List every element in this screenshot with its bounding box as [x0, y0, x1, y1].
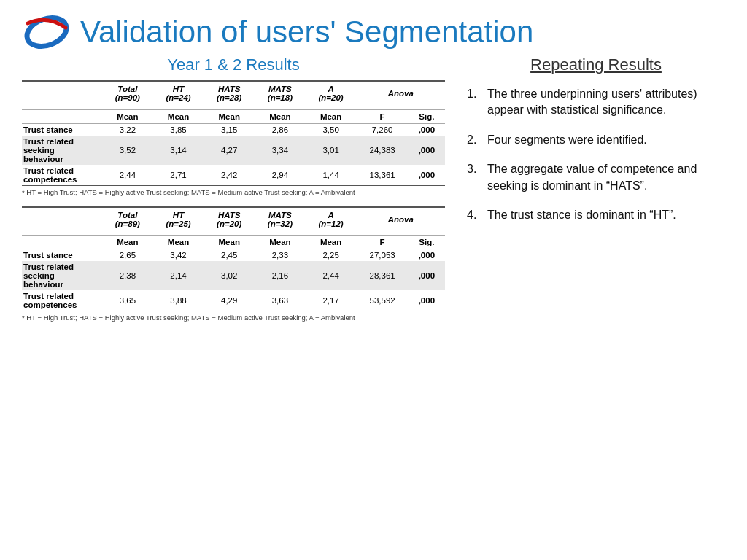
t1-mean-ht: Mean	[153, 109, 204, 123]
t1-r2-label: Trust relatedseekingbehaviour	[22, 136, 102, 165]
t2-r2-total: 2,38	[102, 261, 153, 290]
t1-empty-header	[22, 81, 102, 105]
t2-mean-label-empty	[22, 236, 102, 249]
table1-section: Total (n=90) HT (n=24) HATS (n=28)	[22, 80, 445, 203]
t2-r2-mats: 2,16	[255, 261, 306, 290]
t2-r1-ht: 3,42	[153, 249, 204, 262]
t1-r3-total: 2,44	[102, 165, 153, 186]
left-column: Year 1 & 2 Results Total (n=90) HT	[22, 55, 445, 553]
t1-hats-header: HATS (n=28)	[204, 81, 255, 105]
t2-row-trust-stance: Trust stance 2,65 3,42 2,45 2,33 2,25 27…	[22, 249, 445, 262]
t2-r2-sig: ,000	[409, 261, 445, 290]
result-item-3: 3. The aggregate value of competence and…	[467, 161, 725, 194]
t1-mean-label-empty	[22, 109, 102, 123]
logo	[22, 13, 71, 51]
t2-footnote: * HT = High Trust; HATS = Highly active …	[22, 314, 445, 322]
t1-r3-sig: ,000	[409, 165, 445, 186]
t2-total-header: Total (n=89)	[102, 207, 153, 231]
t1-r2-sig: ,000	[409, 136, 445, 165]
t2-empty-header	[22, 207, 102, 231]
t2-r2-f: 28,361	[356, 261, 408, 290]
table2-section: Total (n=89) HT (n=25) HATS (n=20)	[22, 206, 445, 330]
t2-mean-total: Mean	[102, 236, 153, 249]
t2-r2-hats: 3,02	[204, 261, 255, 290]
result-text-1: The three underpinning users' attributes…	[487, 86, 725, 119]
t2-r1-total: 2,65	[102, 249, 153, 262]
t2-r3-ht: 3,88	[153, 290, 204, 311]
t1-r3-hats: 2,42	[204, 165, 255, 186]
t2-mean-ht: Mean	[153, 236, 204, 249]
table1: Total (n=90) HT (n=24) HATS (n=28)	[22, 80, 445, 186]
t2-r1-f: 27,053	[356, 249, 408, 262]
result-num-1: 1.	[467, 86, 481, 119]
t2-anova-header: Anova	[356, 207, 445, 231]
t1-r2-a: 3,01	[306, 136, 357, 165]
t2-r1-a: 2,25	[306, 249, 357, 262]
t2-r1-sig: ,000	[409, 249, 445, 262]
t2-row-trust-competences: Trust relatedcompetences 3,65 3,88 4,29 …	[22, 290, 445, 311]
header: Validation of users' Segmentation	[22, 13, 725, 51]
t1-r1-ht: 3,85	[153, 123, 204, 136]
t2-sig-header: Sig.	[409, 236, 445, 249]
table2: Total (n=89) HT (n=25) HATS (n=20)	[22, 206, 445, 312]
t1-r1-f: 7,260	[356, 123, 408, 136]
t1-mean-mats: Mean	[255, 109, 306, 123]
t2-f-header: F	[356, 236, 408, 249]
t1-anova-header: Anova	[356, 81, 445, 105]
result-num-3: 3.	[467, 161, 481, 194]
t1-footnote: * HT = High Trust; HATS = Highly active …	[22, 188, 445, 196]
t1-r2-f: 24,383	[356, 136, 408, 165]
t1-total-header: Total (n=90)	[102, 81, 153, 105]
t1-r3-mats: 2,94	[255, 165, 306, 186]
t2-a-header: A (n=12)	[306, 207, 357, 231]
t1-a-header: A (n=20)	[306, 81, 357, 105]
t2-r3-f: 53,592	[356, 290, 408, 311]
t2-mean-hats: Mean	[204, 236, 255, 249]
t2-r3-sig: ,000	[409, 290, 445, 311]
t1-mats-header: MATS (n=18)	[255, 81, 306, 105]
t2-r3-total: 3,65	[102, 290, 153, 311]
page-title: Validation of users' Segmentation	[80, 15, 533, 49]
t1-r1-hats: 3,15	[204, 123, 255, 136]
result-item-1: 1. The three underpinning users' attribu…	[467, 86, 725, 119]
t2-r3-a: 2,17	[306, 290, 357, 311]
t1-r1-label: Trust stance	[22, 123, 102, 136]
t1-sig-header: Sig.	[409, 109, 445, 123]
t2-hats-header: HATS (n=20)	[204, 207, 255, 231]
t1-r3-ht: 2,71	[153, 165, 204, 186]
t1-r1-sig: ,000	[409, 123, 445, 136]
t2-mean-a: Mean	[306, 236, 357, 249]
t2-r2-a: 2,44	[306, 261, 357, 290]
t1-r2-ht: 3,14	[153, 136, 204, 165]
result-text-4: The trust stance is dominant in “HT”.	[487, 207, 676, 223]
t1-r1-mats: 2,86	[255, 123, 306, 136]
t1-r1-total: 3,22	[102, 123, 153, 136]
t2-row-trust-seeking: Trust relatedseekingbehaviour 2,38 2,14 …	[22, 261, 445, 290]
t1-ht-header: HT (n=24)	[153, 81, 204, 105]
result-item-4: 4. The trust stance is dominant in “HT”.	[467, 207, 725, 223]
page: Validation of users' Segmentation Year 1…	[0, 0, 747, 560]
t1-r1-a: 3,50	[306, 123, 357, 136]
t2-r1-label: Trust stance	[22, 249, 102, 262]
right-column: Repeating Results 1. The three underpinn…	[460, 55, 725, 553]
result-num-2: 2.	[467, 132, 481, 148]
t2-r1-hats: 2,45	[204, 249, 255, 262]
t2-r3-hats: 4,29	[204, 290, 255, 311]
t2-ht-header: HT (n=25)	[153, 207, 204, 231]
t1-f-header: F	[356, 109, 408, 123]
t2-r2-label: Trust relatedseekingbehaviour	[22, 261, 102, 290]
t1-r3-a: 1,44	[306, 165, 357, 186]
t1-r2-total: 3,52	[102, 136, 153, 165]
t1-r3-f: 13,361	[356, 165, 408, 186]
result-item-2: 2. Four segments were identified.	[467, 132, 725, 148]
t1-row-trust-competences: Trust relatedcompetences 2,44 2,71 2,42 …	[22, 165, 445, 186]
t2-r2-ht: 2,14	[153, 261, 204, 290]
t1-r2-hats: 4,27	[204, 136, 255, 165]
t1-mean-a: Mean	[306, 109, 357, 123]
t2-r3-mats: 3,63	[255, 290, 306, 311]
t1-row-trust-stance: Trust stance 3,22 3,85 3,15 2,86 3,50 7,…	[22, 123, 445, 136]
t2-r1-mats: 2,33	[255, 249, 306, 262]
result-text-2: Four segments were identified.	[487, 132, 647, 148]
left-section-title: Year 1 & 2 Results	[22, 55, 445, 74]
t1-mean-total: Mean	[102, 109, 153, 123]
